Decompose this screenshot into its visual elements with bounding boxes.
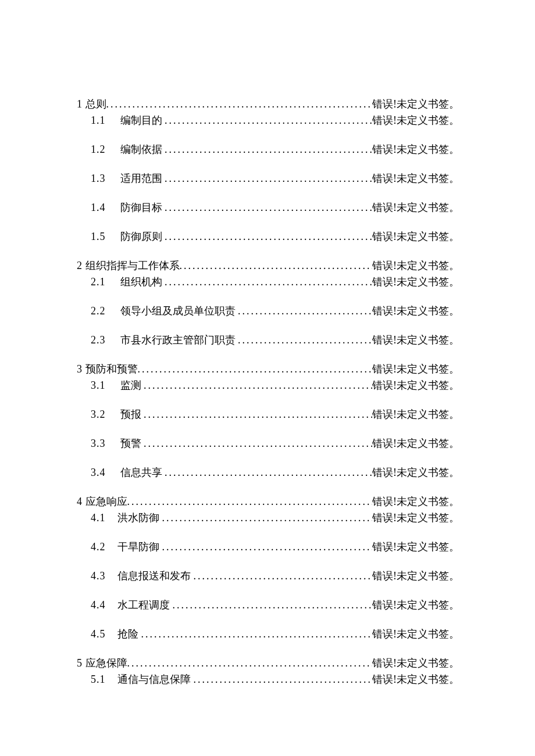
dot-leader: ........................................… — [144, 407, 372, 422]
toc-entry-title: 应急响应 — [85, 496, 127, 507]
toc-entry-label: 1.2 编制依据 — [91, 142, 165, 157]
toc-entry-title: 组织机构 — [120, 276, 162, 288]
toc-entry-subsection: 3.2 预报 .................................… — [77, 407, 459, 422]
toc-entry-label: 3.1 监测 — [91, 378, 144, 393]
toc-entry-subsection: 4.5抢险 ..................................… — [77, 626, 459, 642]
dot-leader: ........................................… — [144, 436, 372, 451]
dot-leader: ........................................… — [165, 171, 372, 186]
dot-leader: ........................................… — [194, 568, 373, 583]
toc-entry-pageref: 错误!未定义书签。 — [372, 626, 459, 642]
toc-entry-pageref: 错误!未定义书签。 — [372, 597, 459, 612]
toc-entry-number: 5.1 — [91, 672, 117, 687]
dot-leader: ........................................… — [165, 274, 372, 289]
toc-entry-title: 组织指挥与工作体系 — [85, 260, 180, 271]
toc-entry-number: 1.2 — [91, 142, 117, 157]
toc-entry-title: 预防和预警 — [85, 363, 138, 375]
dot-leader: ........................................… — [173, 597, 373, 612]
toc-entry-pageref: 错误!未定义书签。 — [372, 171, 459, 186]
toc-entry-number: 2.1 — [91, 274, 117, 289]
toc-entry-number: 4.1 — [91, 510, 117, 525]
dot-leader: ........................................… — [194, 672, 373, 687]
toc-entry-subsection: 2.2 领导小组及成员单位职责 ........................… — [77, 303, 459, 318]
toc-entry-number: 3.1 — [91, 378, 117, 393]
toc-entry-title: 信息报送和发布 — [117, 570, 191, 582]
toc-entry-title: 干旱防御 — [117, 541, 159, 553]
dot-leader: ........................................… — [144, 378, 372, 393]
toc-entry-subsection: 2.3 市县水行政主管部门职责 ........................… — [77, 332, 459, 347]
toc-entry-label: 2 组织指挥与工作体系 — [77, 258, 180, 273]
toc-entry-label: 1.3 适用范围 — [91, 171, 165, 186]
toc-entry-title: 总则 — [85, 98, 106, 110]
toc-entry-title: 监测 — [120, 379, 141, 391]
toc-entry-number: 3.3 — [91, 436, 117, 451]
toc-entry-label: 1.1 编制目的 — [91, 113, 165, 128]
toc-entry-subsection: 4.4水工程调度 ...............................… — [77, 597, 459, 612]
toc-entry-title: 水工程调度 — [117, 599, 170, 611]
toc-entry-label: 3.4 信息共享 — [91, 465, 165, 480]
toc-entry-pageref: 错误!未定义书签。 — [372, 568, 459, 583]
toc-entry-label: 3 预防和预警 — [77, 361, 138, 377]
toc-entry-pageref: 错误!未定义书签。 — [372, 510, 459, 525]
toc-entry-label: 4.5抢险 — [91, 626, 141, 642]
toc-entry-title: 市县水行政主管部门职责 — [120, 334, 236, 346]
toc-entry-title: 信息共享 — [120, 467, 162, 478]
toc-entry-label: 1.5 防御原则 — [91, 229, 165, 244]
dot-leader: ........................................… — [162, 539, 373, 554]
dot-leader: ........................................… — [238, 332, 372, 347]
dot-leader: ........................................… — [165, 200, 372, 215]
toc-entry-pageref: 错误!未定义书签。 — [372, 113, 459, 128]
toc-entry-section: 4 应急响应..................................… — [77, 494, 459, 509]
toc-entry-title: 洪水防御 — [117, 512, 159, 524]
toc-entry-number: 1.3 — [91, 171, 117, 186]
toc-entry-title: 防御原则 — [120, 231, 162, 242]
toc-entry-number: 3.2 — [91, 407, 117, 422]
dot-leader: ........................................… — [127, 494, 373, 509]
toc-entry-number: 1.4 — [91, 200, 117, 215]
toc-entry-label: 5 应急保障 — [77, 655, 127, 671]
toc-entry-pageref: 错误!未定义书签。 — [372, 494, 459, 509]
toc-entry-label: 1.4 防御目标 — [91, 200, 165, 215]
toc-entry-number: 4.4 — [91, 597, 117, 612]
toc-entry-pageref: 错误!未定义书签。 — [372, 361, 459, 377]
toc-entry-section: 3 预防和预警.................................… — [77, 361, 459, 377]
toc-entry-label: 2.1 组织机构 — [91, 274, 165, 289]
toc-entry-pageref: 错误!未定义书签。 — [372, 465, 459, 480]
dot-leader: ........................................… — [180, 258, 373, 273]
toc-entry-label: 2.3 市县水行政主管部门职责 — [91, 332, 238, 347]
toc-entry-label: 4.3信息报送和发布 — [91, 568, 194, 583]
toc-entry-title: 抢险 — [117, 628, 138, 640]
toc-entry-subsection: 4.2干旱防御 ................................… — [77, 539, 459, 554]
toc-entry-title: 预报 — [120, 409, 141, 420]
toc-entry-number: 5 — [77, 655, 83, 671]
toc-entry-subsection: 3.3 预警 .................................… — [77, 436, 459, 451]
toc-entry-label: 1 总则 — [77, 96, 106, 112]
toc-entry-label: 3.3 预警 — [91, 436, 144, 451]
document-page: 1 总则....................................… — [0, 0, 535, 756]
toc-entry-label: 2.2 领导小组及成员单位职责 — [91, 303, 238, 318]
toc-entry-number: 1 — [77, 96, 83, 112]
toc-entry-pageref: 错误!未定义书签。 — [372, 142, 459, 157]
toc-entry-pageref: 错误!未定义书签。 — [372, 274, 459, 289]
toc-entry-label: 4.1洪水防御 — [91, 510, 162, 525]
toc-entry-label: 5.1通信与信息保障 — [91, 672, 194, 687]
toc-entry-title: 防御目标 — [120, 202, 162, 213]
toc-entry-pageref: 错误!未定义书签。 — [372, 672, 459, 687]
toc-entry-number: 1.5 — [91, 229, 117, 244]
dot-leader: ........................................… — [165, 465, 372, 480]
toc-entry-subsection: 4.3信息报送和发布 .............................… — [77, 568, 459, 583]
toc-entry-number: 2 — [77, 258, 83, 273]
toc-entry-section: 1 总则....................................… — [77, 96, 459, 112]
toc-entry-pageref: 错误!未定义书签。 — [372, 407, 459, 422]
toc-entry-title: 编制目的 — [120, 114, 162, 126]
toc-entry-title: 预警 — [120, 438, 141, 449]
toc-entry-section: 5 应急保障..................................… — [77, 655, 459, 671]
toc-entry-pageref: 错误!未定义书签。 — [372, 539, 459, 554]
toc-entry-subsection: 1.1 编制目的 ...............................… — [77, 113, 459, 128]
toc-entry-title: 应急保障 — [85, 657, 127, 669]
toc-entry-title: 编制依据 — [120, 144, 162, 155]
toc-entry-pageref: 错误!未定义书签。 — [372, 200, 459, 215]
dot-leader: ........................................… — [141, 626, 373, 642]
toc-entry-section: 2 组织指挥与工作体系.............................… — [77, 258, 459, 273]
toc-entry-label: 4.2干旱防御 — [91, 539, 162, 554]
toc-entry-label: 4 应急响应 — [77, 494, 127, 509]
